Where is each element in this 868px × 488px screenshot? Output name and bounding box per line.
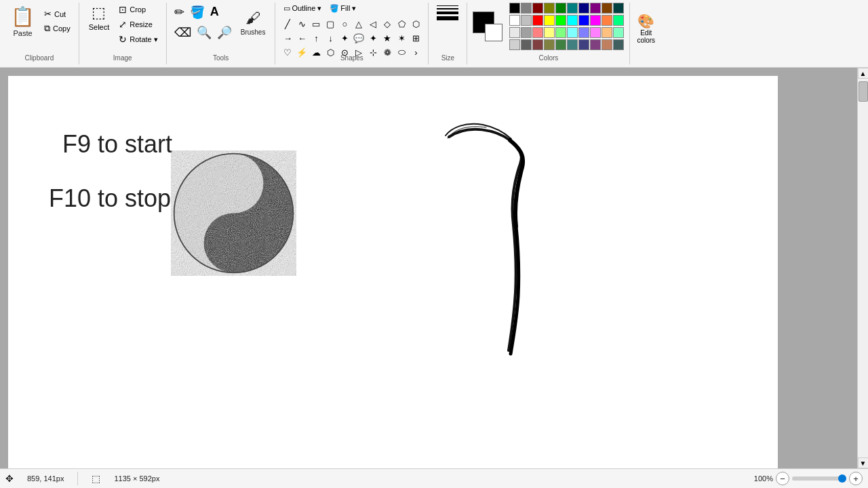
shape-hexagon[interactable]: ⬡ <box>409 17 422 30</box>
color-swatch[interactable] <box>590 15 601 26</box>
shape-rtriangle[interactable]: ◁ <box>366 17 380 30</box>
shape-arrow-right[interactable]: → <box>281 31 294 45</box>
color-swatch[interactable] <box>590 39 601 50</box>
color-swatch[interactable] <box>613 27 624 38</box>
shape-triangle[interactable]: △ <box>352 17 366 30</box>
outline-button[interactable]: ▭ Outline ▾ <box>281 3 324 14</box>
color-swatch[interactable] <box>521 39 532 50</box>
color-swatch[interactable] <box>509 15 520 26</box>
cut-button[interactable]: ✂ Cut <box>41 7 73 20</box>
color-picker-button[interactable]: 🔍 <box>195 23 214 42</box>
color-swatch[interactable] <box>521 3 532 14</box>
color-swatch[interactable] <box>578 15 589 26</box>
shape-ellipse[interactable]: ○ <box>338 17 351 30</box>
vertical-scrollbar[interactable]: ▲ ▼ <box>857 68 868 468</box>
color-swatch[interactable] <box>509 3 520 14</box>
color-swatch[interactable] <box>544 39 555 50</box>
color-swatch[interactable] <box>521 15 532 26</box>
shape-heart[interactable]: ♡ <box>281 45 294 59</box>
color-swatch[interactable] <box>613 39 624 50</box>
shape-lightning[interactable]: ⚡ <box>295 45 309 59</box>
paste-button[interactable]: 📋 Paste <box>5 3 40 40</box>
zoom-out-button[interactable]: − <box>776 472 789 485</box>
zoom-in-button[interactable]: + <box>849 472 863 485</box>
color-swatch[interactable] <box>544 3 555 14</box>
color-swatch[interactable] <box>578 39 589 50</box>
color-swatch[interactable] <box>613 15 624 26</box>
shape-octagon[interactable]: ⬡ <box>323 45 337 59</box>
shape-line[interactable]: ╱ <box>281 17 294 30</box>
shape-arrow-left[interactable]: ← <box>295 31 309 45</box>
color-swatch[interactable] <box>567 3 578 14</box>
color2-swatch[interactable] <box>485 24 502 41</box>
edit-colors-button[interactable]: 🎨 Editcolors <box>635 12 656 45</box>
shape-expand[interactable]: ⊞ <box>409 31 422 45</box>
shape-star5[interactable]: ★ <box>380 31 394 45</box>
color-swatch[interactable] <box>601 27 612 38</box>
color-swatch[interactable] <box>555 27 566 38</box>
scroll-thumb[interactable] <box>859 81 868 102</box>
scroll-down-button[interactable]: ▼ <box>858 458 869 468</box>
color-swatch[interactable] <box>601 15 612 26</box>
shape-arrow-down[interactable]: ↓ <box>323 31 337 45</box>
color-swatch[interactable] <box>567 39 578 50</box>
shape-callout[interactable]: 💬 <box>352 31 366 45</box>
color-swatch[interactable] <box>567 15 578 26</box>
color-swatch[interactable] <box>567 27 578 38</box>
shape-roundrect[interactable]: ▢ <box>323 17 337 30</box>
color-swatch[interactable] <box>578 27 589 38</box>
zoom-slider[interactable] <box>792 476 846 481</box>
shape-cloud[interactable]: ☁ <box>309 45 323 59</box>
color-swatch[interactable] <box>532 39 543 50</box>
colors-row-2 <box>509 15 624 26</box>
color-swatch[interactable] <box>601 3 612 14</box>
color-swatch[interactable] <box>509 27 520 38</box>
rotate-button[interactable]: ↻ Rotate ▾ <box>116 33 160 46</box>
text-button[interactable]: A <box>208 3 221 22</box>
color-swatch[interactable] <box>532 27 543 38</box>
select-button[interactable]: ⬚ Select <box>85 3 114 46</box>
shape-rect[interactable]: ▭ <box>309 17 323 30</box>
color-swatch[interactable] <box>613 3 624 14</box>
color-swatch[interactable] <box>601 39 612 50</box>
shape-star4[interactable]: ✦ <box>366 31 380 45</box>
fill-button[interactable]: 🪣 Fill ▾ <box>327 3 359 14</box>
shape-star6[interactable]: ✶ <box>395 31 408 45</box>
color-swatch[interactable] <box>590 27 601 38</box>
shape-4arrow[interactable]: ✦ <box>338 31 351 45</box>
resize-button[interactable]: ⤢ Resize <box>116 18 160 31</box>
copy-button[interactable]: ⧉ Copy <box>41 22 73 35</box>
brushes-button[interactable]: 🖌 Brushes <box>237 7 270 39</box>
crop-button[interactable]: ⊡ Crop <box>116 3 160 16</box>
color-swatch[interactable] <box>532 3 543 14</box>
color-swatch[interactable] <box>590 3 601 14</box>
shape-arrow-up[interactable]: ↑ <box>309 31 323 45</box>
color-swatch[interactable] <box>544 27 555 38</box>
color-swatch[interactable] <box>555 3 566 14</box>
canvas[interactable]: F9 to start F10 to stop <box>8 76 778 468</box>
pencil-button[interactable]: ✏ <box>172 3 186 22</box>
shape-misc4[interactable]: ⬭ <box>395 45 408 59</box>
magnifier-button[interactable]: 🔎 <box>215 23 234 42</box>
color-swatch[interactable] <box>521 27 532 38</box>
fill-bucket-button[interactable]: 🪣 <box>188 3 207 22</box>
shape-curve[interactable]: ∿ <box>295 17 309 30</box>
color-swatch[interactable] <box>532 15 543 26</box>
color-swatch[interactable] <box>555 39 566 50</box>
rotate-label: Rotate ▾ <box>130 35 157 44</box>
shape-chevron[interactable]: › <box>409 45 422 59</box>
scroll-up-button[interactable]: ▲ <box>858 68 869 79</box>
size-selector[interactable] <box>434 3 461 23</box>
clipboard-label: Clipboard <box>24 54 54 62</box>
shape-misc2[interactable]: ⊹ <box>366 45 380 59</box>
shape-pentagon[interactable]: ⬠ <box>395 17 408 30</box>
color-swatch[interactable] <box>544 15 555 26</box>
brush-stroke <box>415 117 551 363</box>
color-swatch[interactable] <box>578 3 589 14</box>
zoom-thumb[interactable] <box>838 474 846 483</box>
color-swatch[interactable] <box>509 39 520 50</box>
eraser-button[interactable]: ⌫ <box>172 23 193 42</box>
color-swatch[interactable] <box>555 15 566 26</box>
shape-misc3[interactable]: ❁ <box>380 45 394 59</box>
shape-diamond[interactable]: ◇ <box>380 17 394 30</box>
